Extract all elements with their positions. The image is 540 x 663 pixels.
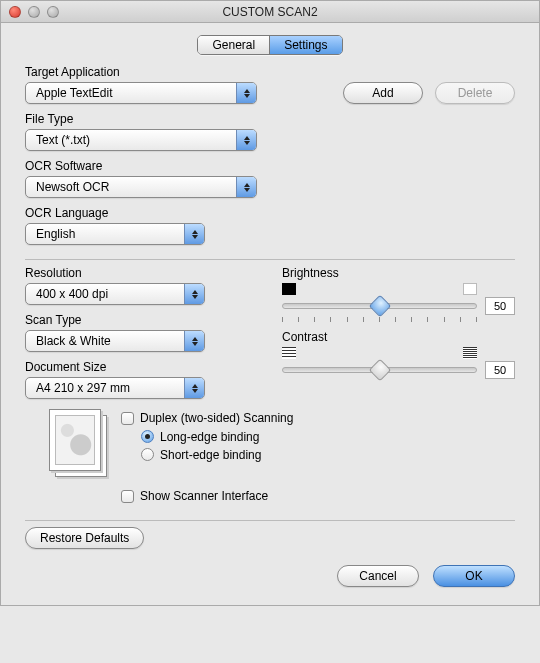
duplex-checkbox[interactable]: Duplex (two-sided) Scanning — [121, 411, 293, 425]
ocr-language-value: English — [26, 227, 184, 241]
radio-dot-icon — [141, 430, 154, 443]
right-col: Brightness 50 Contrast — [282, 266, 515, 399]
footer-buttons: Cancel OK — [25, 565, 515, 587]
add-button[interactable]: Add — [343, 82, 423, 104]
checkbox-box-icon — [121, 412, 134, 425]
ocr-language-select[interactable]: English — [25, 223, 205, 245]
dialog-window: CUSTOM SCAN2 General Settings Target App… — [0, 0, 540, 606]
scan-params-row: Resolution 400 x 400 dpi Scan Type Black… — [25, 266, 515, 399]
duplex-preview — [49, 409, 107, 479]
long-edge-radio[interactable]: Long-edge binding — [141, 430, 259, 444]
brightness-ticks — [282, 315, 515, 322]
contrast-slider-wrap: 50 — [282, 361, 515, 379]
ocr-language-label: OCR Language — [25, 206, 515, 220]
dialog-content: General Settings Target Application Appl… — [1, 23, 539, 605]
chevron-updown-icon — [184, 224, 204, 244]
short-edge-radio[interactable]: Short-edge binding — [141, 448, 261, 462]
contrast-label: Contrast — [282, 330, 515, 344]
zoom-window-button[interactable] — [47, 6, 59, 18]
resolution-label: Resolution — [25, 266, 258, 280]
traffic-lights — [1, 6, 59, 18]
contrast-low-icon — [282, 347, 296, 359]
document-size-label: Document Size — [25, 360, 258, 374]
duplex-checkbox-label: Duplex (two-sided) Scanning — [140, 411, 293, 425]
contrast-slider-thumb[interactable] — [368, 359, 391, 382]
cancel-button[interactable]: Cancel — [337, 565, 419, 587]
minimize-window-button[interactable] — [28, 6, 40, 18]
short-edge-label: Short-edge binding — [160, 448, 261, 462]
show-scanner-checkbox[interactable]: Show Scanner Interface — [121, 489, 268, 503]
tab-settings-label: Settings — [284, 38, 327, 52]
scan-type-select[interactable]: Black & White — [25, 330, 205, 352]
contrast-high-icon — [463, 347, 477, 359]
tab-row: General Settings — [25, 35, 515, 55]
resolution-value: 400 x 400 dpi — [26, 287, 184, 301]
brightness-slider-wrap: 50 — [282, 297, 515, 315]
brightness-light-icon — [463, 283, 477, 295]
chevron-updown-icon — [236, 83, 256, 103]
brightness-label: Brightness — [282, 266, 515, 280]
chevron-updown-icon — [184, 378, 204, 398]
target-app-select[interactable]: Apple TextEdit — [25, 82, 257, 104]
contrast-swatch-row — [282, 347, 515, 359]
add-button-label: Add — [372, 86, 393, 100]
scan-type-label: Scan Type — [25, 313, 258, 327]
target-app-value: Apple TextEdit — [26, 86, 236, 100]
scan-type-value: Black & White — [26, 334, 184, 348]
document-size-value: A4 210 x 297 mm — [26, 381, 184, 395]
cancel-label: Cancel — [359, 569, 396, 583]
brightness-slider[interactable] — [282, 303, 477, 309]
resolution-select[interactable]: 400 x 400 dpi — [25, 283, 205, 305]
ok-button[interactable]: OK — [433, 565, 515, 587]
checkbox-box-icon — [121, 490, 134, 503]
chevron-updown-icon — [236, 130, 256, 150]
duplex-page-front — [49, 409, 101, 471]
delete-button-label: Delete — [458, 86, 493, 100]
long-edge-label: Long-edge binding — [160, 430, 259, 444]
restore-defaults-button[interactable]: Restore Defaults — [25, 527, 144, 549]
contrast-slider[interactable] — [282, 367, 477, 373]
target-app-row: Apple TextEdit Add Delete — [25, 82, 515, 104]
tab-general[interactable]: General — [198, 36, 270, 54]
brightness-dark-icon — [282, 283, 296, 295]
duplex-radio-group: Long-edge binding Short-edge binding — [121, 428, 293, 465]
target-app-label: Target Application — [25, 65, 515, 79]
file-type-label: File Type — [25, 112, 515, 126]
brightness-slider-thumb[interactable] — [368, 295, 391, 318]
ok-label: OK — [465, 569, 482, 583]
delete-button: Delete — [435, 82, 515, 104]
document-size-select[interactable]: A4 210 x 297 mm — [25, 377, 205, 399]
tab-segmented-control: General Settings — [197, 35, 342, 55]
duplex-block: Duplex (two-sided) Scanning Long-edge bi… — [49, 409, 515, 479]
ocr-software-value: Newsoft OCR — [26, 180, 236, 194]
titlebar: CUSTOM SCAN2 — [1, 1, 539, 23]
tab-settings[interactable]: Settings — [270, 36, 341, 54]
section-divider — [25, 520, 515, 521]
ocr-software-select[interactable]: Newsoft OCR — [25, 176, 257, 198]
tab-general-label: General — [212, 38, 255, 52]
ocr-software-label: OCR Software — [25, 159, 515, 173]
brightness-value: 50 — [485, 297, 515, 315]
section-divider — [25, 259, 515, 260]
chevron-updown-icon — [184, 331, 204, 351]
file-type-value: Text (*.txt) — [26, 133, 236, 147]
restore-defaults-label: Restore Defaults — [40, 531, 129, 545]
left-col: Resolution 400 x 400 dpi Scan Type Black… — [25, 266, 258, 399]
radio-dot-icon — [141, 448, 154, 461]
brightness-swatch-row — [282, 283, 515, 295]
contrast-value: 50 — [485, 361, 515, 379]
show-scanner-row: Show Scanner Interface — [121, 487, 515, 506]
close-window-button[interactable] — [9, 6, 21, 18]
chevron-updown-icon — [236, 177, 256, 197]
window-title: CUSTOM SCAN2 — [1, 5, 539, 19]
file-type-select[interactable]: Text (*.txt) — [25, 129, 257, 151]
duplex-options: Duplex (two-sided) Scanning Long-edge bi… — [121, 409, 293, 479]
show-scanner-label: Show Scanner Interface — [140, 489, 268, 503]
chevron-updown-icon — [184, 284, 204, 304]
